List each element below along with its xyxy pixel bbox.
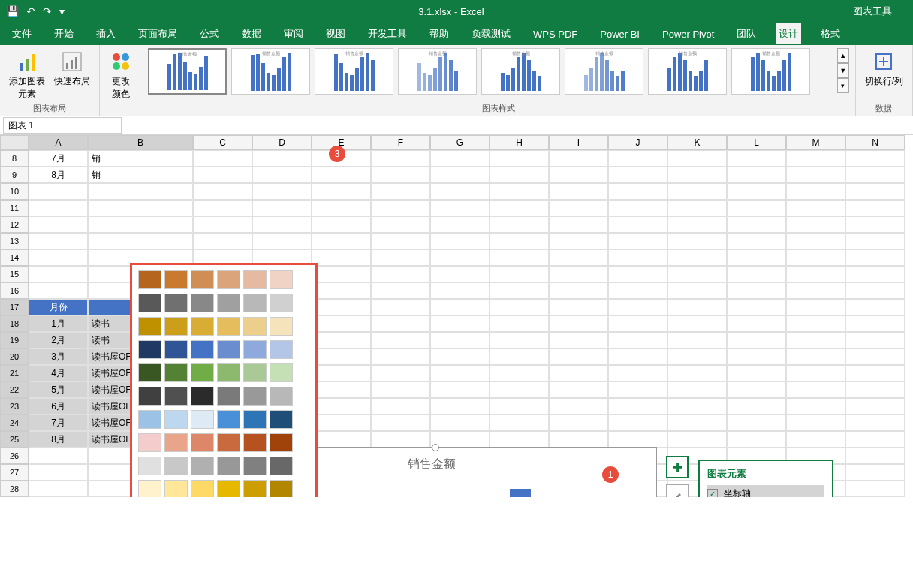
cell[interactable]	[667, 282, 727, 299]
cell[interactable]	[549, 348, 608, 365]
cell[interactable]	[490, 431, 549, 448]
chart-bar[interactable]	[510, 489, 531, 497]
color-swatch[interactable]	[270, 363, 293, 382]
cell[interactable]	[549, 183, 608, 200]
color-swatch[interactable]	[243, 387, 267, 406]
cell[interactable]	[549, 266, 608, 282]
cell[interactable]	[667, 167, 727, 183]
color-swatch[interactable]	[138, 270, 161, 289]
cell[interactable]	[29, 481, 88, 497]
row-header[interactable]: 14	[0, 249, 29, 266]
cell[interactable]	[845, 167, 905, 183]
chart-element-checkbox[interactable]: ✓坐标轴	[707, 485, 824, 497]
cell[interactable]	[608, 365, 667, 381]
chart-style-thumb[interactable]: 销售金额	[315, 48, 393, 95]
cell[interactable]	[29, 266, 88, 282]
color-swatch[interactable]	[217, 363, 240, 382]
cell[interactable]	[727, 249, 786, 266]
color-swatch[interactable]	[164, 317, 188, 336]
cell[interactable]	[608, 216, 667, 233]
cell[interactable]	[549, 150, 608, 167]
cell[interactable]	[786, 216, 845, 233]
palette-row[interactable]	[132, 291, 315, 315]
cell[interactable]	[371, 415, 430, 431]
cell[interactable]	[430, 150, 490, 167]
cell[interactable]	[430, 266, 490, 282]
color-swatch[interactable]	[191, 457, 214, 475]
row-header[interactable]: 19	[0, 332, 29, 348]
color-swatch[interactable]	[138, 294, 161, 312]
color-swatch[interactable]	[138, 363, 161, 382]
color-swatch[interactable]	[243, 340, 267, 359]
style-scroll-up[interactable]: ▲	[837, 48, 849, 63]
chart-style-thumb[interactable]: 销售金额	[648, 48, 727, 95]
cell[interactable]: 5月	[29, 381, 88, 398]
color-swatch[interactable]	[243, 480, 267, 497]
cell[interactable]	[667, 398, 727, 415]
color-swatch[interactable]	[191, 294, 214, 312]
cell[interactable]	[490, 348, 549, 365]
cell[interactable]	[430, 348, 490, 365]
cell[interactable]	[845, 183, 905, 200]
row-header[interactable]: 11	[0, 200, 29, 216]
row-header[interactable]: 18	[0, 315, 29, 332]
cell[interactable]	[667, 332, 727, 348]
cell[interactable]	[786, 415, 845, 431]
col-header[interactable]: C	[193, 135, 252, 150]
cell[interactable]	[193, 150, 252, 167]
cell[interactable]	[490, 233, 549, 249]
cell[interactable]	[312, 266, 371, 282]
cell[interactable]	[490, 183, 549, 200]
palette-row[interactable]	[132, 315, 315, 338]
cell[interactable]	[371, 299, 430, 315]
color-swatch[interactable]	[243, 433, 267, 452]
cell[interactable]	[312, 233, 371, 249]
cell[interactable]	[845, 464, 905, 481]
cell[interactable]: 销	[88, 167, 193, 183]
cell[interactable]	[430, 233, 490, 249]
cell[interactable]	[667, 216, 727, 233]
color-swatch[interactable]	[270, 317, 293, 336]
chart-style-thumb[interactable]: 销售金额	[565, 48, 643, 95]
resize-handle[interactable]	[432, 444, 439, 451]
cell[interactable]	[727, 167, 786, 183]
cell[interactable]: 1月	[29, 315, 88, 332]
cell[interactable]	[312, 299, 371, 315]
cell[interactable]	[845, 431, 905, 448]
color-swatch[interactable]	[138, 410, 161, 429]
cell[interactable]	[193, 167, 252, 183]
color-swatch[interactable]	[138, 340, 161, 359]
color-swatch[interactable]	[191, 317, 214, 336]
cell[interactable]	[193, 216, 252, 233]
cell[interactable]	[29, 282, 88, 299]
cell[interactable]	[371, 233, 430, 249]
cell[interactable]	[312, 398, 371, 415]
cell[interactable]	[312, 348, 371, 365]
cell[interactable]	[667, 150, 727, 167]
cell[interactable]	[608, 167, 667, 183]
row-header[interactable]: 15	[0, 266, 29, 282]
chart-style-thumb[interactable]: 销售金额	[398, 48, 477, 95]
cell[interactable]	[371, 398, 430, 415]
tab-data[interactable]: 数据	[239, 23, 264, 44]
cell[interactable]	[608, 431, 667, 448]
row-header[interactable]: 27	[0, 464, 29, 481]
cell[interactable]	[667, 233, 727, 249]
color-swatch[interactable]	[270, 480, 293, 497]
cell[interactable]	[727, 183, 786, 200]
color-swatch[interactable]	[217, 340, 240, 359]
color-swatch[interactable]	[217, 433, 240, 452]
tab-format[interactable]: 格式	[818, 23, 843, 44]
chart-style-thumb[interactable]: 销售金额	[148, 48, 227, 95]
cell[interactable]	[371, 365, 430, 381]
cell[interactable]	[29, 249, 88, 266]
cell[interactable]	[608, 233, 667, 249]
palette-row[interactable]	[132, 454, 315, 478]
cell[interactable]	[786, 249, 845, 266]
cell[interactable]	[549, 398, 608, 415]
color-swatch[interactable]	[243, 317, 267, 336]
cell[interactable]	[845, 398, 905, 415]
row-header[interactable]: 21	[0, 365, 29, 381]
cell[interactable]	[786, 233, 845, 249]
cell[interactable]	[371, 249, 430, 266]
